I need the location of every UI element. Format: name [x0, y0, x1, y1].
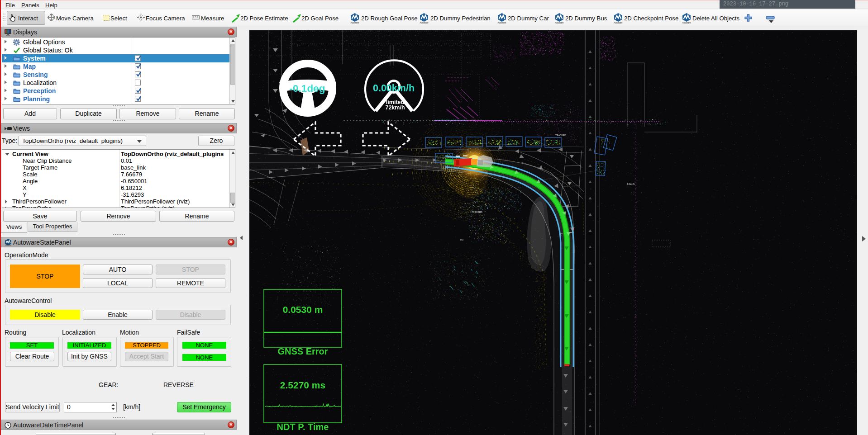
- svg-text:0.00km/h: 0.00km/h: [373, 83, 415, 94]
- svg-text:Autoware: Autoware: [497, 22, 506, 24]
- svg-text:NDT P. Time: NDT P. Time: [277, 422, 329, 432]
- svg-text:72km/h: 72km/h: [385, 104, 405, 111]
- svg-text:Autoware: Autoware: [682, 22, 691, 24]
- svg-text:0.0530 m: 0.0530 m: [283, 304, 323, 315]
- svg-text:2.5270 ms: 2.5270 ms: [280, 380, 325, 390]
- svg-text:GNSS Error: GNSS Error: [277, 346, 328, 356]
- svg-text:Autoware: Autoware: [614, 22, 623, 24]
- svg-text:Autoware: Autoware: [350, 22, 359, 24]
- svg-text:Autoware: Autoware: [555, 22, 564, 24]
- svg-text:-0.1deg: -0.1deg: [290, 83, 325, 94]
- svg-text:Autoware: Autoware: [420, 22, 429, 24]
